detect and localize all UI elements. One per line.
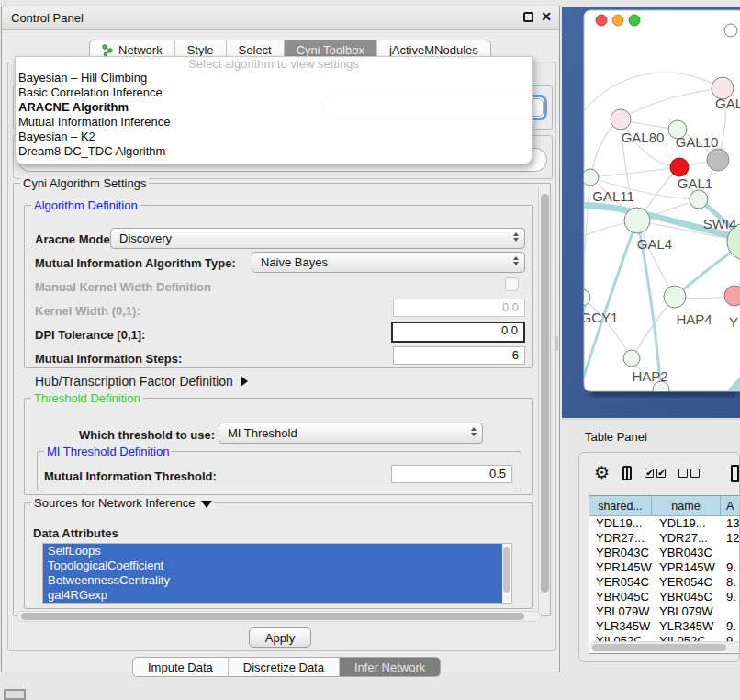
table-row[interactable]: YDR27... YDR27... 12	[589, 531, 740, 546]
node-hap2[interactable]	[623, 350, 640, 367]
minimized-widget-icon[interactable]	[4, 689, 26, 700]
cell-name: YDL19...	[652, 516, 721, 531]
table-row[interactable]: YER054C YER054C 8.	[589, 575, 740, 590]
kernel-width-label: Kernel Width (0,1):	[35, 304, 140, 318]
attribute-list-item[interactable]: SelfLoops	[43, 544, 502, 559]
attribute-name: gal4RGexp	[48, 588, 107, 602]
algorithm-dropdown-item[interactable]: Basic Correlation Inference	[16, 85, 532, 100]
attribute-name: BetweennessCentrality	[48, 573, 170, 587]
hub-section-toggle[interactable]: Hub/Transcription Factor Definition	[35, 374, 248, 389]
label-swi4: SWI4	[703, 216, 737, 231]
which-threshold-label: Which threshold to use:	[79, 428, 215, 442]
tab-infer-network-label: Infer Network	[354, 660, 425, 674]
attribute-list-item[interactable]: gal4RGexp	[43, 588, 502, 603]
table-row[interactable]: YBR043C YBR043C	[589, 546, 740, 560]
mi-threshold-label: Mutual Information Threshold:	[44, 469, 217, 483]
tab-cyni-toolbox-label: Cyni Toolbox	[297, 43, 364, 57]
dpi-tolerance-label: DPI Tolerance [0,1]:	[35, 328, 145, 342]
table-row[interactable]: YDL19... YDL19... 13	[589, 516, 740, 531]
which-threshold-combobox[interactable]: MI Threshold	[219, 423, 483, 444]
tab-select-label: Select	[239, 43, 272, 57]
attribute-list-item[interactable]: BetweennessCentrality	[43, 573, 502, 588]
columns-icon[interactable]	[622, 466, 632, 480]
cell-name: YBR045C	[652, 590, 721, 604]
cell-name: YDR27...	[652, 531, 721, 546]
mac-close-button[interactable]	[596, 15, 607, 26]
aracne-mode-combobox[interactable]: Discovery	[110, 228, 525, 249]
mi-threshold-field[interactable]: 0.5	[391, 465, 512, 483]
node-gal11[interactable]	[582, 169, 599, 186]
mi-steps-field[interactable]: 6	[393, 346, 525, 365]
tab-impute-data[interactable]: Impute Data	[133, 658, 229, 676]
node-hap4[interactable]	[664, 286, 686, 308]
sources-group-title[interactable]: Sources for Network Inference	[31, 496, 215, 510]
data-attributes-list: SelfLoopsTopologicalCoefficientBetweenne…	[42, 543, 512, 604]
threshold-definition-title: Threshold Definition	[31, 391, 143, 405]
table-row[interactable]: YBL079W YBL079W	[589, 604, 740, 619]
combo-arrows-icon	[471, 427, 477, 436]
node-gal80[interactable]	[611, 109, 631, 130]
column-header-name[interactable]: name	[652, 496, 721, 515]
settings-vertical-scrollbar[interactable]	[538, 186, 550, 613]
cell-shared-name: YDL19...	[589, 516, 652, 531]
algorithm-dropdown-item[interactable]: Bayesian – K2	[16, 130, 532, 144]
node-gal4[interactable]	[624, 208, 650, 233]
label-gal4: GAL4	[637, 236, 672, 252]
tab-infer-network[interactable]: Infer Network	[340, 658, 440, 676]
node-salmon[interactable]	[724, 286, 740, 306]
node-red-selected[interactable]	[670, 158, 689, 176]
mi-type-value: Naive Bayes	[261, 255, 328, 269]
algorithm-dropdown-item[interactable]: Mutual Information Inference	[16, 115, 532, 130]
mac-zoom-button[interactable]	[629, 15, 640, 26]
kernel-width-field[interactable]: 0.0	[393, 299, 525, 317]
mac-minimize-button[interactable]	[612, 15, 623, 26]
attribute-name: SelfLoops	[48, 544, 101, 558]
attribute-list-scrollbar[interactable]	[502, 545, 510, 602]
algorithm-name: Bayesian – K2	[18, 130, 95, 143]
algorithm-dropdown-placeholder: Select algorithm to view settings	[16, 57, 532, 71]
cell-shared-name: YER054C	[589, 575, 652, 590]
node-unlabeled-top[interactable]	[724, 24, 737, 37]
cell-name: YBR043C	[652, 546, 721, 560]
application-root: Control Panel ✕ Network Style	[0, 0, 740, 700]
algorithm-dropdown-item[interactable]: Dream8 DC_TDC Algorithm	[16, 144, 532, 159]
column-header-partial[interactable]: A	[721, 496, 740, 515]
network-canvas[interactable]: GAL80 GAL10 GAL1 GAL11 SWI4 GAL4 GCY1 HA…	[562, 7, 740, 418]
settings-horizontal-scrollbar[interactable]	[17, 611, 542, 622]
attribute-list-item[interactable]: TopologicalCoefficient	[43, 559, 502, 573]
cell-name: YBL079W	[652, 604, 721, 619]
sources-title-text: Sources for Network Inference	[34, 496, 196, 510]
node-gray[interactable]	[707, 149, 729, 171]
deselect-all-icon[interactable]	[678, 469, 700, 478]
apply-button[interactable]: Apply	[249, 627, 311, 648]
close-icon[interactable]: ✕	[541, 12, 552, 22]
node-gal1[interactable]	[690, 190, 708, 209]
cyni-algorithm-settings-title: Cyni Algorithm Settings	[20, 176, 149, 190]
table-row[interactable]: YPR145W YPR145W 9.	[589, 560, 740, 575]
algorithm-dropdown-item[interactable]: ARACNE Algorithm	[16, 100, 532, 115]
float-window-icon[interactable]	[523, 12, 533, 22]
label-gcy1: GCY1	[581, 310, 619, 325]
gear-icon[interactable]: ⚙	[594, 464, 610, 482]
document-icon[interactable]	[731, 465, 739, 482]
table-horizontal-scrollbar[interactable]	[590, 641, 740, 652]
dpi-tolerance-field[interactable]: 0.0	[391, 322, 525, 343]
aracne-mode-value: Discovery	[119, 231, 172, 245]
select-all-icon[interactable]: ✔✔	[645, 469, 666, 478]
column-header-shared-name[interactable]: shared...	[589, 496, 652, 515]
cell-value: 13	[721, 516, 740, 531]
algorithm-name: Mutual Information Inference	[18, 115, 170, 129]
table-row[interactable]: YBR045C YBR045C 9.	[589, 590, 740, 604]
algorithm-dropdown-item[interactable]: Bayesian – Hill Climbing	[16, 71, 532, 85]
table-row[interactable]: YLR345W YLR345W 9.	[589, 619, 740, 634]
label-hap4: HAP4	[676, 311, 712, 327]
cell-shared-name: YBL079W	[589, 604, 652, 619]
hub-section-label: Hub/Transcription Factor Definition	[35, 374, 233, 389]
manual-kernel-checkbox[interactable]	[505, 277, 519, 291]
cell-name: YLR345W	[652, 619, 721, 634]
label-gal10: GAL10	[676, 134, 719, 150]
algorithm-definition-title: Algorithm Definition	[31, 198, 140, 212]
mi-type-combobox[interactable]: Naive Bayes	[252, 252, 525, 273]
tab-discretize-data[interactable]: Discretize Data	[229, 658, 340, 676]
node-gcy1[interactable]	[574, 289, 590, 306]
